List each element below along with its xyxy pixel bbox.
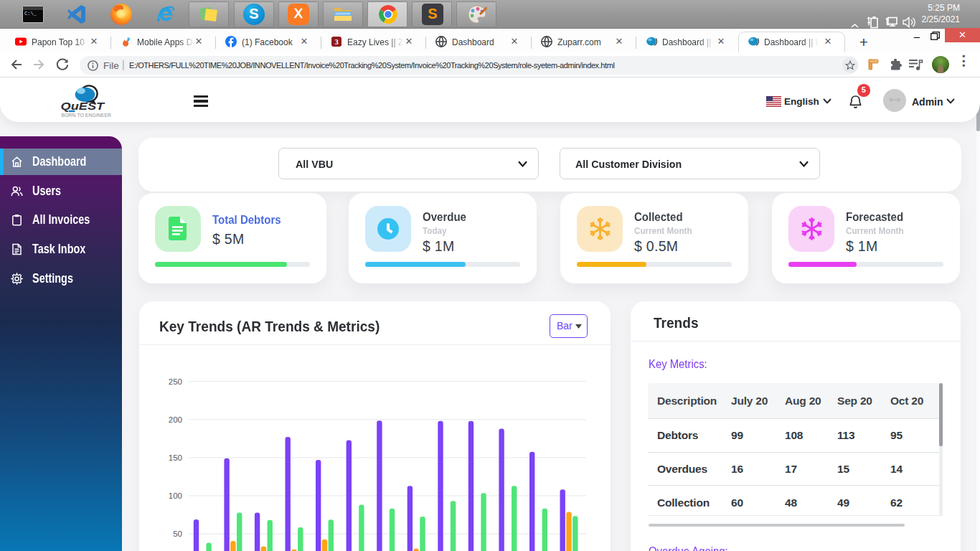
svg-text:BORN TO ENGINEER: BORN TO ENGINEER [62,113,112,118]
svg-text:QuEST: QuEST [61,100,105,111]
svg-text:100: 100 [169,491,182,500]
svg-text:50: 50 [173,529,182,538]
svg-text:250: 250 [169,377,182,386]
svg-text:200: 200 [169,415,182,424]
svg-text:150: 150 [169,453,182,462]
svg-text:3: 3 [334,38,338,46]
